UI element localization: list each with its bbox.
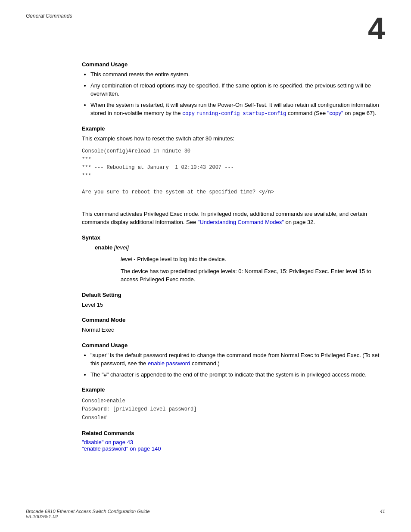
page-footer: Brocade 6910 Ethernet Access Switch Conf…: [26, 509, 385, 519]
default-setting-heading: Default Setting: [82, 292, 385, 298]
page-header: General Commands 4: [26, 13, 385, 44]
code-block-top: Console(config)#reload in minute 30 *** …: [82, 147, 385, 197]
enable-password-link-1[interactable]: enable password: [148, 360, 190, 367]
enable-code-block: Console>enable Password: [privileged lev…: [82, 397, 385, 422]
example-desc-top: This example shows how to reset the swit…: [82, 134, 385, 143]
syntax-cmd: enable [level]: [95, 243, 385, 252]
usage-bullet-1: This command resets the entire system.: [90, 70, 385, 79]
param-block: level - Privilege level to log into the …: [95, 255, 385, 284]
footer-page-number: 41: [380, 509, 385, 519]
copy-ref-link[interactable]: "copy": [327, 110, 343, 116]
page: General Commands 4 Command Usage This co…: [0, 0, 411, 532]
syntax-heading: Syntax: [82, 234, 385, 241]
related-commands-heading: Related Commands: [82, 430, 385, 436]
footer-guide-title: Brocade 6910 Ethernet Access Switch Conf…: [26, 509, 150, 514]
reload-command-section: Command Usage This command resets the en…: [26, 61, 385, 197]
disable-link[interactable]: "disable" on page 43: [82, 439, 133, 445]
usage-bullet-3: When the system is restarted, it will al…: [90, 101, 385, 118]
understanding-command-modes-link[interactable]: "Understanding Command Modes": [198, 219, 284, 225]
usage-bullet-2: Any combination of reload options may be…: [90, 81, 385, 98]
level-desc2: The device has two predefined privilege …: [121, 267, 385, 284]
enable-section: enable This command activates Privileged…: [26, 210, 385, 452]
syntax-block: enable [level] level - Privilege level t…: [82, 243, 385, 284]
related-link-2-container: "enable password" on page 140: [82, 445, 385, 452]
command-usage-heading-enable: Command Usage: [82, 342, 385, 348]
chapter-title: General Commands: [26, 13, 72, 19]
default-setting-value: Level 15: [82, 301, 385, 309]
footer-left: Brocade 6910 Ethernet Access Switch Conf…: [26, 509, 150, 519]
command-mode-value: Normal Exec: [82, 326, 385, 334]
related-commands-list: "disable" on page 43 "enable password" o…: [82, 439, 385, 452]
related-link-1-container: "disable" on page 43: [82, 439, 385, 445]
footer-part-number: 53-1002651-02: [26, 514, 150, 519]
enable-usage-bullet-2: The "#" character is appended to the end…: [90, 370, 385, 379]
command-usage-list-top: This command resets the entire system. A…: [90, 70, 385, 118]
command-usage-heading-top: Command Usage: [82, 61, 385, 68]
command-mode-heading: Command Mode: [82, 317, 385, 323]
enable-usage-list: "super" is the default password required…: [90, 351, 385, 379]
enable-usage-bullet-1: "super" is the default password required…: [90, 351, 385, 368]
chapter-number: 4: [368, 13, 385, 44]
example-heading-enable: Example: [82, 386, 385, 393]
enable-password-link-2[interactable]: "enable password" on page 140: [82, 445, 161, 452]
enable-description: This command activates Privileged Exec m…: [82, 210, 385, 227]
copy-link[interactable]: copy: [182, 111, 195, 117]
level-desc: level - Privilege level to log into the …: [121, 255, 385, 264]
running-config-link[interactable]: running-config startup-config: [196, 111, 286, 117]
example-heading-top: Example: [82, 125, 385, 132]
